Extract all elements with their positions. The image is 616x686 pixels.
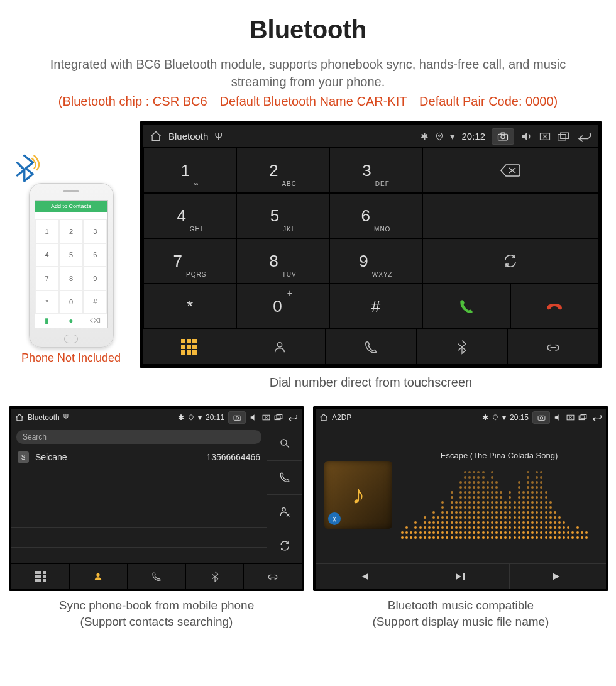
blank-cell: [422, 193, 598, 238]
bluetooth-tab[interactable]: [186, 564, 245, 589]
phone-mockup: Add to Contacts 123456789*0# ▮ ● ⌫: [29, 183, 114, 348]
svg-rect-5: [558, 134, 566, 140]
dialpad-tab[interactable]: [143, 329, 234, 364]
bluetooth-tab[interactable]: [417, 329, 508, 364]
play-pause-button[interactable]: [412, 564, 509, 589]
bluetooth-status-icon: ✱: [421, 131, 429, 142]
home-icon[interactable]: [150, 130, 162, 143]
music-note-icon: ♪: [352, 480, 365, 510]
volume-icon[interactable]: [554, 414, 563, 421]
player-caption-2: (Support display music file name): [373, 615, 549, 628]
bluetooth-status-icon: ✱: [178, 413, 184, 422]
wifi-icon: ▾: [450, 131, 455, 142]
recents-tab[interactable]: [326, 329, 417, 364]
svg-point-17: [540, 416, 542, 419]
bluetooth-badge-icon: ⚹: [328, 512, 341, 525]
key-5[interactable]: 5JKL: [236, 193, 329, 238]
location-icon: [435, 132, 444, 141]
key-star[interactable]: *: [143, 284, 236, 329]
contacts-caption-1: Sync phone-book from mobile phone: [59, 599, 255, 612]
screenshot-button[interactable]: [532, 411, 550, 424]
call-button[interactable]: [422, 284, 510, 329]
svg-point-2: [501, 135, 505, 138]
svg-point-7: [277, 342, 282, 346]
svg-rect-11: [275, 416, 280, 419]
key-8[interactable]: 8TUV: [236, 238, 329, 284]
svg-point-9: [236, 416, 238, 419]
contact-name: Seicane: [35, 452, 206, 462]
location-icon: [188, 414, 194, 421]
back-icon[interactable]: [287, 414, 298, 421]
a2dp-screen: A2DP ✱ ▾ 20:15 ♪ ⚹: [313, 406, 608, 591]
contacts-tab[interactable]: [70, 564, 128, 589]
phone-mock-header: Add to Contacts: [35, 201, 107, 212]
volume-icon[interactable]: [520, 131, 533, 141]
bluetooth-specs: (Bluetooth chip : CSR BC6 Default Blueto…: [9, 94, 607, 109]
svg-rect-6: [561, 133, 569, 138]
key-0[interactable]: 0+: [236, 284, 329, 329]
contacts-screen: Bluetooth Ψ ✱ ▾ 20:11 Searc: [9, 406, 304, 591]
backspace-button[interactable]: [422, 148, 598, 193]
back-icon[interactable]: [576, 131, 592, 142]
dialer-screen: Bluetooth Ψ ✱ ▾ 20:12: [140, 121, 602, 368]
page-description: Integrated with BC6 Bluetooth module, su…: [34, 55, 582, 91]
key-3[interactable]: 3DEF: [329, 148, 422, 193]
contact-tag: S: [18, 451, 29, 463]
search-button[interactable]: [267, 426, 302, 461]
screenshot-button[interactable]: [492, 128, 514, 145]
recent-apps-icon[interactable]: [578, 414, 587, 421]
svg-rect-12: [277, 414, 282, 418]
search-placeholder: Search: [23, 433, 47, 441]
svg-point-15: [97, 573, 100, 576]
usb-icon: Ψ: [63, 414, 69, 421]
track-title: Escape (The Pina Colada Song): [401, 451, 597, 460]
dialpad-tab[interactable]: [11, 564, 70, 589]
screenshot-button[interactable]: [228, 411, 246, 424]
close-icon[interactable]: [539, 132, 551, 141]
contact-number: 13566664466: [206, 452, 260, 462]
page-title: Bluetooth: [9, 16, 607, 44]
key-9[interactable]: 9WXYZ: [329, 238, 422, 284]
hangup-button[interactable]: [510, 284, 598, 329]
bluetooth-icon: [9, 153, 124, 187]
redial-button[interactable]: [422, 238, 598, 284]
clock: 20:12: [461, 131, 485, 141]
visualizer: [401, 470, 597, 539]
link-tab[interactable]: [508, 329, 598, 364]
volume-icon[interactable]: [250, 414, 258, 421]
svg-point-13: [281, 440, 287, 445]
close-icon[interactable]: [262, 414, 270, 421]
location-icon: [492, 414, 498, 421]
phone-not-included-label: Phone Not Included: [9, 351, 133, 365]
statusbar-title: A2DP: [332, 413, 351, 422]
clock: 20:11: [206, 413, 224, 422]
contacts-caption-2: (Support contacts searching): [80, 615, 233, 628]
next-track-button[interactable]: [510, 564, 606, 589]
key-4[interactable]: 4GHI: [143, 193, 236, 238]
dialer-caption: Dial number direct from touchscreen: [140, 375, 602, 390]
sync-button[interactable]: [267, 529, 302, 564]
recent-apps-icon[interactable]: [557, 131, 569, 141]
back-icon[interactable]: [591, 414, 602, 421]
contact-row[interactable]: S Seicane 13566664466: [11, 448, 267, 467]
home-icon[interactable]: [319, 413, 328, 422]
key-6[interactable]: 6MNO: [329, 193, 422, 238]
call-button[interactable]: [267, 461, 302, 495]
recents-tab[interactable]: [128, 564, 186, 589]
svg-point-14: [282, 507, 285, 511]
close-icon[interactable]: [566, 414, 575, 421]
recent-apps-icon[interactable]: [274, 414, 283, 421]
delete-contact-button[interactable]: [267, 495, 302, 529]
key-hash[interactable]: #: [329, 284, 422, 329]
svg-rect-20: [581, 414, 586, 418]
key-7[interactable]: 7PQRS: [143, 238, 236, 284]
key-2[interactable]: 2ABC: [236, 148, 329, 193]
key-1[interactable]: 1∞: [143, 148, 236, 193]
search-input[interactable]: Search: [16, 430, 261, 444]
svg-rect-19: [579, 416, 585, 419]
home-icon[interactable]: [15, 413, 24, 422]
contacts-tab[interactable]: [234, 329, 326, 364]
svg-rect-3: [501, 133, 505, 135]
prev-track-button[interactable]: [316, 564, 412, 589]
link-tab[interactable]: [244, 564, 302, 589]
